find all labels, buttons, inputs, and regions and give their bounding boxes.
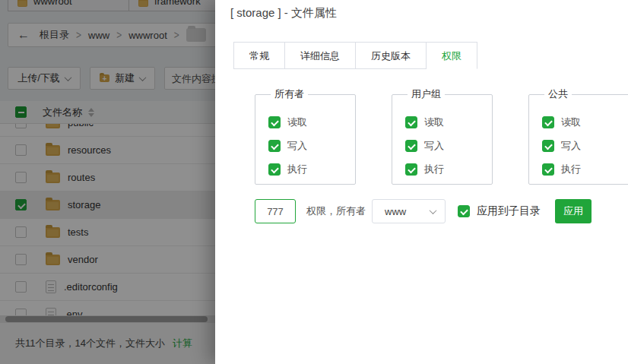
apply-subdir-label: 应用到子目录 xyxy=(477,204,541,218)
group-permissions-group: 用户组 读取 写入 执行 xyxy=(392,87,493,185)
option-label: 写入 xyxy=(287,139,307,153)
checkbox-checked-icon[interactable] xyxy=(268,116,281,128)
group-legend: 公共 xyxy=(544,87,572,101)
option-label: 读取 xyxy=(424,116,444,129)
public-read-option[interactable]: 读取 xyxy=(542,116,628,129)
public-permissions-group: 公共 读取 写入 执行 xyxy=(528,87,628,185)
owner-permissions-group: 所有者 读取 写入 执行 xyxy=(255,87,356,185)
checkbox-checked-icon[interactable] xyxy=(405,163,417,176)
group-read-option[interactable]: 读取 xyxy=(405,116,492,129)
permission-groups: 所有者 读取 写入 执行 用户组 读取 xyxy=(255,87,628,185)
owner-execute-option[interactable]: 执行 xyxy=(268,163,355,176)
checkbox-checked-icon[interactable] xyxy=(405,140,417,152)
option-label: 读取 xyxy=(287,116,307,129)
apply-button[interactable]: 应用 xyxy=(555,199,592,223)
checkbox-checked-icon[interactable] xyxy=(542,116,554,128)
option-label: 执行 xyxy=(424,163,444,176)
public-write-option[interactable]: 写入 xyxy=(542,139,628,153)
tab-general[interactable]: 常规 xyxy=(233,42,285,69)
tab-details[interactable]: 详细信息 xyxy=(285,42,356,69)
dialog-tabs: 常规 详细信息 历史版本 权限 xyxy=(233,42,477,69)
group-legend: 用户组 xyxy=(408,87,445,101)
public-execute-option[interactable]: 执行 xyxy=(542,163,628,176)
group-write-option[interactable]: 写入 xyxy=(405,139,492,153)
checkbox-checked-icon[interactable] xyxy=(268,163,281,176)
permission-value-input[interactable] xyxy=(255,199,296,223)
tab-history[interactable]: 历史版本 xyxy=(356,42,427,69)
checkbox-checked-icon[interactable] xyxy=(458,205,470,217)
checkbox-checked-icon[interactable] xyxy=(542,163,554,176)
permission-owner-label: 权限，所有者 xyxy=(306,204,372,218)
owner-read-option[interactable]: 读取 xyxy=(268,116,355,129)
option-label: 读取 xyxy=(561,116,581,129)
option-label: 写入 xyxy=(561,139,581,153)
group-execute-option[interactable]: 执行 xyxy=(405,163,492,176)
screen: wwwroot framework ← 根目录 > www > wwwroot … xyxy=(0,0,628,364)
tab-permissions[interactable]: 权限 xyxy=(427,42,477,69)
owner-select-value: www xyxy=(385,206,406,217)
file-properties-dialog: [ storage ] - 文件属性 常规 详细信息 历史版本 权限 所有者 读… xyxy=(215,0,628,364)
option-label: 执行 xyxy=(287,163,307,176)
dialog-title: [ storage ] - 文件属性 xyxy=(215,0,628,21)
group-legend: 所有者 xyxy=(271,87,308,101)
owner-write-option[interactable]: 写入 xyxy=(268,139,355,153)
chevron-down-icon xyxy=(430,207,437,214)
option-label: 写入 xyxy=(424,139,444,153)
apply-subdir-option[interactable]: 应用到子目录 xyxy=(458,204,541,218)
dialog-footer: 权限，所有者 www 应用到子目录 应用 xyxy=(255,199,620,223)
owner-select[interactable]: www xyxy=(372,199,446,223)
checkbox-checked-icon[interactable] xyxy=(268,140,281,152)
option-label: 执行 xyxy=(561,163,581,176)
checkbox-checked-icon[interactable] xyxy=(542,140,554,152)
checkbox-checked-icon[interactable] xyxy=(405,116,417,128)
